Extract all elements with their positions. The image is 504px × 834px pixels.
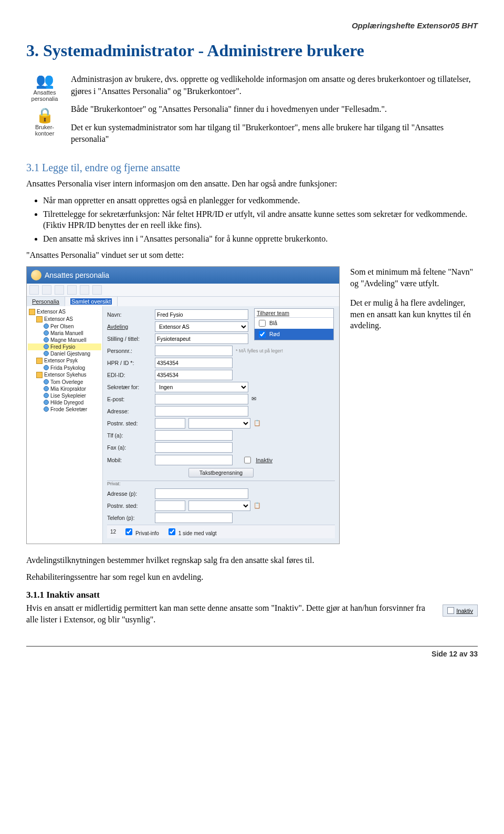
tree-node[interactable]: Lise Sykepleier xyxy=(28,392,101,399)
brukerkontoer-icon-label: Bruker-kontoer xyxy=(26,124,63,137)
tab-personalia[interactable]: Personalia xyxy=(27,297,65,306)
tree-node[interactable]: Extensor AS xyxy=(28,316,101,323)
edi-input[interactable] xyxy=(155,370,233,380)
epost-input[interactable] xyxy=(155,394,248,404)
inaktiv-checkbox-icon[interactable] xyxy=(447,607,454,614)
lookup-icon[interactable]: 📋 xyxy=(254,502,261,509)
personalia-icon-label: Ansattes personalia xyxy=(26,89,63,102)
adresse-input[interactable] xyxy=(155,406,248,416)
screenshot-notes: Som et minimum må feltene "Navn" og "Avd… xyxy=(350,266,478,340)
tree-node[interactable]: Magne Manuell xyxy=(28,337,101,343)
people-icon: 👥 xyxy=(26,74,63,88)
hpr-input[interactable] xyxy=(155,358,233,368)
tree-node[interactable]: Frida Psykolog xyxy=(28,364,101,371)
privat-info-checkbox[interactable] xyxy=(125,528,132,535)
intro-text: Administrasjon av brukere, dvs. opprette… xyxy=(71,74,478,151)
tree-node[interactable]: Extensor Psyk xyxy=(28,357,101,364)
toolbar-btn[interactable] xyxy=(29,285,39,295)
window-title-bar: Ansattes personalia xyxy=(27,267,339,284)
tree-node[interactable]: Daniel Gjestvang xyxy=(28,350,101,357)
footer-count: 12 xyxy=(110,529,116,535)
tlf-p-input[interactable] xyxy=(155,513,233,523)
fax-input[interactable] xyxy=(155,442,233,453)
tree-node[interactable]: Extensor Sykehus xyxy=(28,371,101,379)
adresse-p-input[interactable] xyxy=(155,488,248,499)
sted-p-select[interactable] xyxy=(188,501,250,511)
section-title: 3.1 Legge til, endre og fjerne ansatte xyxy=(26,162,478,174)
personalia-form: Tilhører team Blå Rød Navn: AvdelingExte… xyxy=(103,306,339,544)
postnr-p-input[interactable] xyxy=(155,501,185,511)
window-title: Ansattes personalia xyxy=(45,271,109,279)
body-p2: "Ansattes Personalia" vinduet ser ut som… xyxy=(26,249,478,261)
footer-rule xyxy=(26,646,478,647)
tree-node[interactable]: Frode Sekretær xyxy=(28,406,101,413)
navn-input[interactable] xyxy=(155,309,248,320)
page-title: 3. Systemadministrator - Administrere br… xyxy=(26,40,478,60)
bullet-3: Den ansatte må skrives inn i "Ansattes p… xyxy=(43,233,478,245)
tree-node[interactable]: Tom Overlege xyxy=(28,379,101,385)
toolbar-btn[interactable] xyxy=(42,285,51,295)
subsection-title: 3.1.1 Inaktiv ansatt xyxy=(26,590,478,600)
toolbar-btn[interactable] xyxy=(67,285,77,295)
icon-sidebar: 👥 Ansattes personalia 🔒 Bruker-kontoer xyxy=(26,74,63,143)
stilling-input[interactable] xyxy=(155,333,248,344)
takstbegrensning-button[interactable]: Takstbegrensning xyxy=(188,468,254,477)
bullet-1: Når man oppretter en ansatt opprettes og… xyxy=(43,195,478,206)
lock-icon: 🔒 xyxy=(26,108,63,123)
team-box[interactable]: Tilhører team Blå Rød xyxy=(254,308,334,340)
tree-node[interactable]: Extensor AS xyxy=(28,308,101,316)
toolbar-btn[interactable] xyxy=(92,285,102,295)
toolbar-btn[interactable] xyxy=(55,285,64,295)
lookup-icon[interactable]: 📋 xyxy=(254,420,261,426)
tree-node[interactable]: Fred Fysio xyxy=(28,343,101,350)
postnr-input[interactable] xyxy=(155,418,185,429)
tab-samlet[interactable]: Samlet oversikt xyxy=(65,297,118,306)
tree-node[interactable]: Mia Kiropraktor xyxy=(28,385,101,392)
inaktiv-p: Hvis en ansatt er midlertidig permittert… xyxy=(26,602,436,625)
user-icon xyxy=(31,270,41,280)
tlf-input[interactable] xyxy=(155,430,233,441)
after-p2: Rehabiliteringssentre har som regel kun … xyxy=(26,571,478,583)
side-valgt-checkbox[interactable] xyxy=(169,528,175,535)
team-checkbox-rod[interactable] xyxy=(259,331,266,338)
inaktiv-widget[interactable]: Inaktiv xyxy=(443,604,478,617)
toolbar-btn[interactable] xyxy=(80,285,89,295)
body-p1: Ansattes Personalia viser intern informa… xyxy=(26,178,478,190)
tree-node[interactable]: Per Olsen xyxy=(28,323,101,330)
sted-select[interactable] xyxy=(188,418,250,429)
avdeling-select[interactable]: Extensor AS xyxy=(155,321,248,332)
tree-node[interactable]: Hilde Dyregod xyxy=(28,399,101,406)
tree-node[interactable]: Maria Manuell xyxy=(28,330,101,337)
mail-icon[interactable]: ✉ xyxy=(251,395,256,402)
sekretaer-select[interactable]: Ingen xyxy=(155,382,248,392)
mobil-input[interactable] xyxy=(155,455,233,465)
team-checkbox-bla[interactable] xyxy=(259,320,266,327)
personalia-screenshot: Ansattes personalia Personalia Samlet ov… xyxy=(26,266,340,544)
bullet-2: Tilrettelegge for sekretærfunksjon: Når … xyxy=(43,208,478,231)
inaktiv-checkbox[interactable] xyxy=(244,456,251,464)
personnr-input[interactable] xyxy=(155,346,233,356)
page-number: Side 12 av 33 xyxy=(26,650,478,658)
after-p1: Avdelingstilknytningen bestemmer hvilket… xyxy=(26,555,478,566)
window-toolbar[interactable] xyxy=(27,284,339,297)
org-tree[interactable]: Extensor ASExtensor ASPer OlsenMaria Man… xyxy=(27,306,103,544)
doc-header: Opplæringshefte Extensor05 BHT xyxy=(26,21,478,30)
